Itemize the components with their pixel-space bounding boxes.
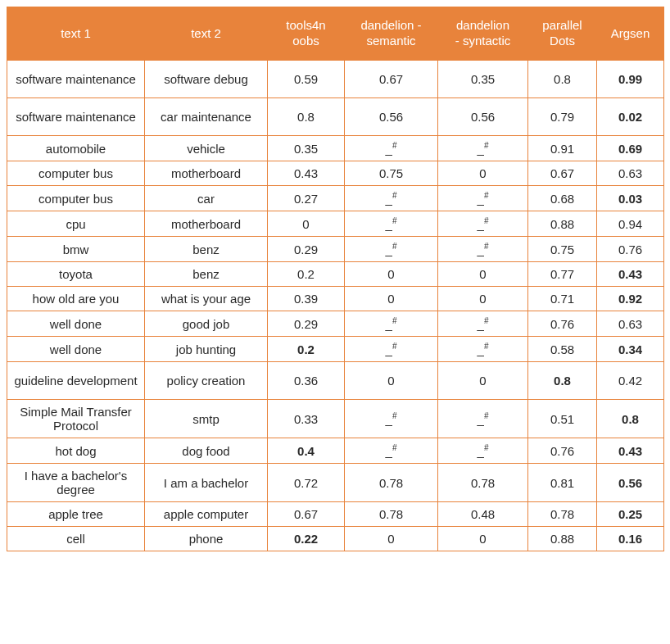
cell-dandelion-syntactic: 0.35 — [438, 61, 528, 98]
table-row: software maintenancecar maintenance0.80.… — [7, 98, 664, 136]
cell-text1: cell — [7, 527, 145, 551]
cell-text1: Simple Mail Transfer Protocol — [7, 400, 145, 438]
cell-dandelion-semantic: 0.56 — [345, 98, 438, 136]
header-dandelion-semantic: dandelion -semantic — [345, 7, 438, 61]
header-tools4noobs: tools4noobs — [268, 7, 345, 61]
header-text2: text 2 — [145, 7, 268, 61]
cell-argsen: 0.8 — [597, 400, 664, 438]
cell-dandelion-semantic: 0.78 — [345, 464, 438, 502]
cell-parallel-dots: 0.8 — [528, 362, 597, 400]
cell-text1: computer bus — [7, 161, 145, 186]
cell-argsen: 0.42 — [597, 362, 664, 400]
cell-text1: apple tree — [7, 502, 145, 527]
cell-tools4noobs: 0.22 — [268, 527, 345, 551]
table-row: well donegood job0.29_#_#0.760.63 — [7, 311, 664, 337]
cell-text1: automobile — [7, 136, 145, 161]
cell-dandelion-semantic: _# — [345, 311, 438, 337]
cell-tools4noobs: 0.2 — [268, 337, 345, 362]
cell-dandelion-semantic: 0 — [345, 527, 438, 551]
table-row: cellphone0.22000.880.16 — [7, 527, 664, 551]
cell-parallel-dots: 0.88 — [528, 211, 597, 237]
cell-dandelion-semantic: _# — [345, 337, 438, 362]
cell-argsen: 0.25 — [597, 502, 664, 527]
cell-argsen: 0.94 — [597, 211, 664, 237]
table-body: software maintenancesoftware debug0.590.… — [7, 61, 664, 551]
cell-dandelion-syntactic: _# — [438, 237, 528, 262]
cell-argsen: 0.16 — [597, 527, 664, 551]
cell-text1: software maintenance — [7, 61, 145, 98]
header-dandelion-syntactic: dandelion- syntactic — [438, 7, 528, 61]
cell-text2: phone — [145, 527, 268, 551]
cell-text1: I have a bachelor's degree — [7, 464, 145, 502]
cell-text2: I am a bachelor — [145, 464, 268, 502]
cell-tools4noobs: 0 — [268, 211, 345, 237]
cell-text2: smtp — [145, 400, 268, 438]
cell-tools4noobs: 0.2 — [268, 262, 345, 287]
cell-dandelion-semantic: 0.75 — [345, 161, 438, 186]
header-parallel-dots: parallelDots — [528, 7, 597, 61]
cell-text1: computer bus — [7, 186, 145, 211]
cell-parallel-dots: 0.76 — [528, 311, 597, 337]
table-row: guideline developmentpolicy creation0.36… — [7, 362, 664, 400]
cell-text2: good job — [145, 311, 268, 337]
cell-tools4noobs: 0.36 — [268, 362, 345, 400]
header-argsen: Argsen — [597, 7, 664, 61]
cell-tools4noobs: 0.67 — [268, 502, 345, 527]
table-row: Simple Mail Transfer Protocolsmtp0.33_#_… — [7, 400, 664, 438]
cell-dandelion-semantic: _# — [345, 400, 438, 438]
cell-dandelion-semantic: _# — [345, 186, 438, 211]
table-row: computer busmotherboard0.430.7500.670.63 — [7, 161, 664, 186]
cell-argsen: 0.69 — [597, 136, 664, 161]
table-row: toyotabenz0.2000.770.43 — [7, 262, 664, 287]
cell-text1: guideline development — [7, 362, 145, 400]
cell-dandelion-syntactic: _# — [438, 400, 528, 438]
cell-argsen: 0.43 — [597, 262, 664, 287]
cell-dandelion-syntactic: _# — [438, 337, 528, 362]
cell-dandelion-semantic: _# — [345, 438, 438, 464]
cell-tools4noobs: 0.39 — [268, 287, 345, 311]
cell-text2: job hunting — [145, 337, 268, 362]
cell-argsen: 0.56 — [597, 464, 664, 502]
cell-parallel-dots: 0.77 — [528, 262, 597, 287]
cell-tools4noobs: 0.33 — [268, 400, 345, 438]
table-row: computer buscar0.27_#_#0.680.03 — [7, 186, 664, 211]
cell-text1: well done — [7, 337, 145, 362]
cell-parallel-dots: 0.75 — [528, 237, 597, 262]
table-row: hot dogdog food0.4_#_#0.760.43 — [7, 438, 664, 464]
cell-text2: motherboard — [145, 161, 268, 186]
cell-parallel-dots: 0.76 — [528, 438, 597, 464]
cell-argsen: 0.63 — [597, 311, 664, 337]
cell-parallel-dots: 0.51 — [528, 400, 597, 438]
cell-parallel-dots: 0.58 — [528, 337, 597, 362]
cell-argsen: 0.34 — [597, 337, 664, 362]
cell-dandelion-semantic: 0 — [345, 262, 438, 287]
cell-dandelion-syntactic: 0 — [438, 287, 528, 311]
cell-text2: apple computer — [145, 502, 268, 527]
cell-tools4noobs: 0.59 — [268, 61, 345, 98]
cell-argsen: 0.76 — [597, 237, 664, 262]
cell-tools4noobs: 0.29 — [268, 237, 345, 262]
cell-text1: how old are you — [7, 287, 145, 311]
cell-tools4noobs: 0.8 — [268, 98, 345, 136]
cell-text1: bmw — [7, 237, 145, 262]
table-row: well donejob hunting0.2_#_#0.580.34 — [7, 337, 664, 362]
cell-argsen: 0.99 — [597, 61, 664, 98]
cell-dandelion-syntactic: _# — [438, 136, 528, 161]
cell-parallel-dots: 0.91 — [528, 136, 597, 161]
table-row: how old are youwhat is your age0.39000.7… — [7, 287, 664, 311]
cell-text2: car — [145, 186, 268, 211]
cell-dandelion-syntactic: 0.48 — [438, 502, 528, 527]
cell-dandelion-semantic: _# — [345, 211, 438, 237]
cell-text2: policy creation — [145, 362, 268, 400]
cell-parallel-dots: 0.8 — [528, 61, 597, 98]
cell-text2: dog food — [145, 438, 268, 464]
cell-argsen: 0.02 — [597, 98, 664, 136]
similarity-table: text 1 text 2 tools4noobs dandelion -sem… — [7, 7, 664, 551]
cell-argsen: 0.43 — [597, 438, 664, 464]
cell-text2: software debug — [145, 61, 268, 98]
cell-argsen: 0.03 — [597, 186, 664, 211]
cell-dandelion-syntactic: 0 — [438, 161, 528, 186]
cell-tools4noobs: 0.27 — [268, 186, 345, 211]
table-row: bmwbenz0.29_#_#0.750.76 — [7, 237, 664, 262]
cell-text2: car maintenance — [145, 98, 268, 136]
